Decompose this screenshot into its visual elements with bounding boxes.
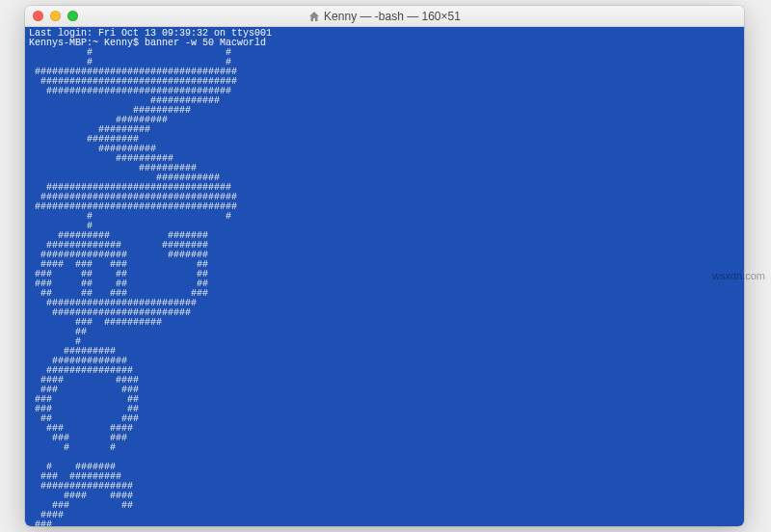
- traffic-lights: [25, 11, 78, 21]
- home-icon: [308, 12, 320, 21]
- watermark: wsxdn.com: [712, 270, 765, 281]
- titlebar[interactable]: Kenny — -bash — 160×51: [25, 6, 744, 27]
- banner-output: # # # # ################################…: [29, 47, 243, 526]
- window-title: Kenny — -bash — 160×51: [25, 10, 744, 23]
- minimize-button[interactable]: [50, 11, 61, 21]
- terminal-body[interactable]: Last login: Fri Oct 13 09:39:32 on ttys0…: [25, 27, 744, 526]
- window-title-text: Kenny — -bash — 160×51: [324, 10, 461, 23]
- close-button[interactable]: [33, 11, 43, 21]
- terminal-window: Kenny — -bash — 160×51 Last login: Fri O…: [25, 6, 744, 526]
- maximize-button[interactable]: [67, 11, 78, 21]
